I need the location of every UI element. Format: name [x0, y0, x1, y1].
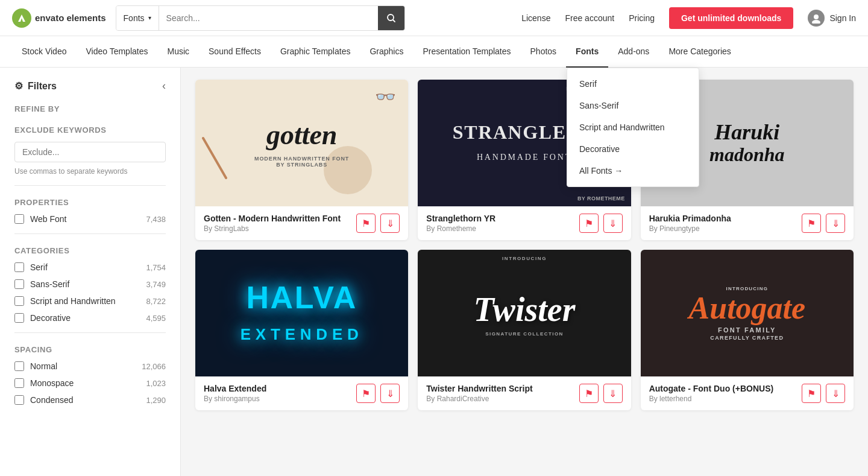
nav-item-fonts[interactable]: Fonts — [566, 36, 608, 68]
card-autogate-title: Autogate - Font Duo (+BONUS) — [649, 384, 797, 393]
spacing-monospace: Monospace 1,023 — [14, 378, 166, 388]
search-input[interactable] — [159, 6, 378, 30]
card-stranglethorn-footer: Stranglethorn YR By Rometheme ⚑ ⇓ — [418, 206, 631, 240]
card-autogate-bookmark-button[interactable]: ⚑ — [802, 384, 821, 403]
card-harukia-download-button[interactable]: ⇓ — [826, 214, 845, 233]
card-halva-footer: Halva Extended By shirongampus ⚑ ⇓ — [195, 376, 408, 410]
get-unlimited-button[interactable]: Get unlimited downloads — [669, 7, 793, 29]
nav-item-photos[interactable]: Photos — [521, 36, 567, 68]
nav-item-sound-effects[interactable]: Sound Effects — [199, 36, 271, 68]
pricing-link[interactable]: Pricing — [629, 13, 655, 23]
category-script: Script and Handwritten 8,722 — [14, 296, 166, 306]
card-halva-author: By shirongampus — [204, 395, 351, 403]
card-gotten-bookmark-button[interactable]: ⚑ — [356, 214, 376, 233]
card-harukia-actions: ⚑ ⇓ — [802, 214, 845, 233]
sign-in-button[interactable]: Sign In — [808, 10, 856, 27]
card-gotten-title: Gotten - Modern Handwritten Font — [204, 214, 351, 223]
sans-serif-checkbox[interactable] — [14, 279, 24, 289]
decorative-checkbox[interactable] — [14, 313, 24, 323]
logo[interactable]: envato elements — [12, 8, 106, 28]
exclude-keywords-input[interactable] — [14, 142, 166, 162]
nav-item-graphic-templates[interactable]: Graphic Templates — [271, 36, 360, 68]
card-gotten-author: By StringLabs — [204, 224, 351, 233]
envato-logo-icon — [12, 8, 31, 28]
fonts-dropdown: Serif Sans-Serif Script and Handwritten … — [567, 68, 699, 187]
web-font-checkbox[interactable] — [14, 214, 24, 224]
collapse-sidebar-button[interactable]: ‹ — [162, 80, 166, 92]
search-category-dropdown[interactable]: Fonts ▾ — [116, 6, 159, 30]
card-halva-info: Halva Extended By shirongampus — [204, 384, 351, 403]
card-harukia-title: Harukia Primadonha — [649, 214, 797, 223]
card-twister-bookmark-button[interactable]: ⚑ — [579, 384, 599, 403]
card-stranglethorn-download-button[interactable]: ⇓ — [603, 214, 623, 233]
filters-title: ⚙ Filters — [14, 80, 57, 92]
decorative-count: 4,595 — [146, 314, 166, 323]
search-icon — [386, 13, 396, 23]
normal-checkbox[interactable] — [14, 361, 24, 371]
card-halva-download-button[interactable]: ⇓ — [380, 384, 400, 403]
card-stranglethorn-author: By Rometheme — [426, 224, 574, 233]
nav-item-music[interactable]: Music — [157, 36, 199, 68]
script-checkbox[interactable] — [14, 296, 24, 306]
nav-item-addons[interactable]: Add-ons — [608, 36, 659, 68]
sidebar: ⚙ Filters ‹ Refine by Exclude Keywords U… — [0, 68, 181, 476]
header-nav: License Free account Pricing Get unlimit… — [521, 7, 856, 29]
card-gotten-download-button[interactable]: ⇓ — [380, 214, 400, 233]
serif-checkbox[interactable] — [14, 262, 24, 272]
decorative-label: Decorative — [30, 313, 140, 323]
nav-item-presentation-templates[interactable]: Presentation Templates — [413, 36, 520, 68]
fonts-dropdown-sans-serif[interactable]: Sans-Serif — [567, 95, 699, 116]
properties-label: Properties — [14, 198, 166, 207]
license-link[interactable]: License — [521, 13, 550, 23]
fonts-dropdown-all[interactable]: All Fonts → — [567, 160, 699, 182]
nav-item-stock-video[interactable]: Stock Video — [12, 36, 76, 68]
divider-3 — [14, 332, 166, 333]
nav-bar: Stock Video Video Templates Music Sound … — [0, 36, 868, 68]
card-twister-footer: Twister Handwritten Script By RahardiCre… — [418, 376, 631, 410]
filter-icon: ⚙ — [14, 80, 23, 92]
divider-2 — [14, 233, 166, 234]
spacing-label: Spacing — [14, 345, 166, 354]
card-harukia-footer: Harukia Primadonha By Pineungtype ⚑ ⇓ — [641, 206, 854, 240]
exclude-hint: Use commas to separate keywords — [14, 167, 166, 176]
card-autogate-image[interactable]: INTRODUCING Autogate FONT FAMILYCAREFULL… — [641, 250, 854, 376]
card-gotten: 👓 gotten MODERN HANDWRITTEN FONTBY STRIN… — [195, 80, 408, 240]
card-twister-download-button[interactable]: ⇓ — [603, 384, 623, 403]
svg-point-2 — [814, 14, 819, 19]
card-twister-author: By RahardiCreative — [426, 395, 574, 403]
content-area: 👓 gotten MODERN HANDWRITTEN FONTBY STRIN… — [181, 68, 868, 476]
web-font-label: Web Font — [30, 214, 140, 224]
card-autogate-download-button[interactable]: ⇓ — [826, 384, 845, 403]
card-harukia-bookmark-button[interactable]: ⚑ — [802, 214, 821, 233]
nav-item-graphics[interactable]: Graphics — [360, 36, 413, 68]
normal-label: Normal — [30, 361, 136, 371]
card-halva-title: Halva Extended — [204, 384, 351, 393]
nav-item-more-categories[interactable]: More Categories — [659, 36, 741, 68]
condensed-label: Condensed — [30, 395, 140, 405]
card-autogate-actions: ⚑ ⇓ — [802, 384, 845, 403]
free-account-link[interactable]: Free account — [565, 13, 614, 23]
nav-item-video-templates[interactable]: Video Templates — [76, 36, 157, 68]
web-font-count: 7,438 — [146, 215, 166, 224]
monospace-checkbox[interactable] — [14, 378, 24, 388]
card-stranglethorn-bookmark-button[interactable]: ⚑ — [579, 214, 599, 233]
card-autogate-footer: Autogate - Font Duo (+BONUS) By letterhe… — [641, 376, 854, 410]
card-gotten-image[interactable]: 👓 gotten MODERN HANDWRITTEN FONTBY STRIN… — [195, 80, 408, 206]
card-stranglethorn-actions: ⚑ ⇓ — [579, 214, 623, 233]
card-twister-image[interactable]: INTRODUCING Twister SIGNATURE COLLECTION — [418, 250, 631, 376]
script-count: 8,722 — [146, 297, 166, 306]
card-halva-image[interactable]: HALVAEXTENDED — [195, 250, 408, 376]
monospace-count: 1,023 — [146, 379, 166, 388]
card-gotten-footer: Gotten - Modern Handwritten Font By Stri… — [195, 206, 408, 240]
sans-serif-label: Sans-Serif — [30, 279, 140, 289]
search-button[interactable] — [378, 6, 404, 30]
card-halva-bookmark-button[interactable]: ⚑ — [356, 384, 376, 403]
avatar-icon — [808, 10, 825, 27]
condensed-checkbox[interactable] — [14, 395, 24, 405]
fonts-dropdown-serif[interactable]: Serif — [567, 73, 699, 95]
fonts-dropdown-script[interactable]: Script and Handwritten — [567, 116, 699, 138]
fonts-dropdown-decorative[interactable]: Decorative — [567, 138, 699, 160]
divider-1 — [14, 185, 166, 186]
category-decorative: Decorative 4,595 — [14, 313, 166, 323]
category-sans-serif: Sans-Serif 3,749 — [14, 279, 166, 289]
